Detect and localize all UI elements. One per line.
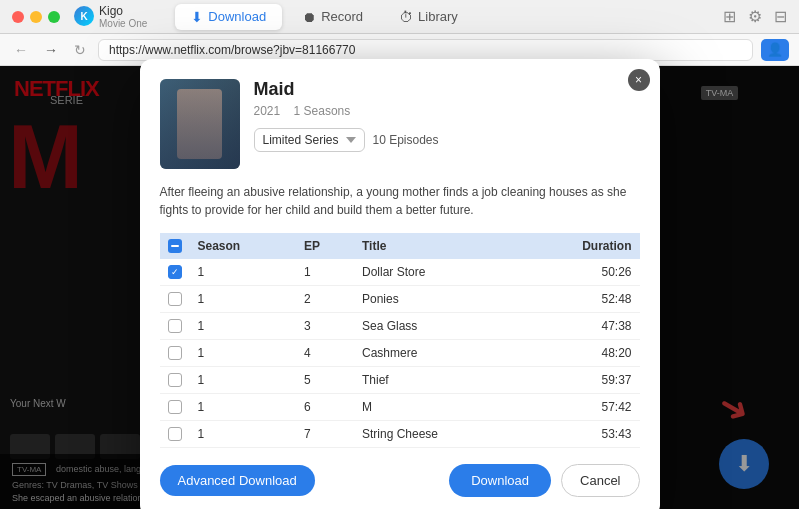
th-title: Title: [354, 233, 521, 259]
row-duration: 48:20: [521, 339, 640, 366]
user-icon: 👤: [767, 42, 783, 57]
app-icon-area: K Kigo Movie One: [74, 4, 147, 29]
modal-close-button[interactable]: ×: [628, 69, 650, 91]
row-checkbox[interactable]: [168, 346, 182, 360]
row-checkbox-cell: [160, 366, 190, 393]
row-season: 1: [190, 259, 296, 286]
nav-forward-button[interactable]: →: [40, 40, 62, 60]
table-row: 1 5 Thief 59:37: [160, 366, 640, 393]
table-row: 1 6 M 57:42: [160, 393, 640, 420]
download-modal: × Maid 2021 1 Seasons Limited Series: [140, 59, 660, 510]
row-season: 1: [190, 420, 296, 447]
table-row: 1 3 Sea Glass 47:38: [160, 312, 640, 339]
row-title: Cashmere: [354, 339, 521, 366]
modal-year-seasons: 2021 1 Seasons: [254, 104, 640, 118]
tab-record[interactable]: ⏺ Record: [286, 4, 379, 30]
modal-year: 2021: [254, 104, 281, 118]
row-duration: 57:42: [521, 393, 640, 420]
row-checkbox-cell: ✓: [160, 259, 190, 286]
library-tab-label: Library: [418, 9, 458, 24]
row-ep: 5: [296, 366, 354, 393]
download-tab-icon: ⬇: [191, 9, 203, 25]
table-row: ✓ 1 1 Dollar Store 50:26: [160, 259, 640, 286]
row-season: 1: [190, 393, 296, 420]
settings-icon[interactable]: ⚙: [748, 7, 762, 26]
download-tab-label: Download: [208, 9, 266, 24]
row-title: Ponies: [354, 285, 521, 312]
row-ep: 4: [296, 339, 354, 366]
row-checkbox[interactable]: [168, 427, 182, 441]
row-title: Thief: [354, 366, 521, 393]
row-checkbox-cell: [160, 393, 190, 420]
table-header: Season EP Title Duration: [160, 233, 640, 259]
nav-back-button[interactable]: ←: [10, 40, 32, 60]
maximize-traffic-light[interactable]: [48, 11, 60, 23]
tab-library[interactable]: ⏱ Library: [383, 4, 474, 30]
row-duration: 47:38: [521, 312, 640, 339]
close-traffic-light[interactable]: [12, 11, 24, 23]
row-ep: 1: [296, 259, 354, 286]
library-tab-icon: ⏱: [399, 9, 413, 25]
row-title: Sea Glass: [354, 312, 521, 339]
row-checkbox[interactable]: [168, 319, 182, 333]
modal-seasons: 1 Seasons: [294, 104, 351, 118]
table-row: 1 7 String Cheese 53:43: [160, 420, 640, 447]
row-ep: 6: [296, 393, 354, 420]
row-duration: 59:37: [521, 366, 640, 393]
row-title: M: [354, 393, 521, 420]
tab-download[interactable]: ⬇ Download: [175, 4, 282, 30]
modal-controls: Limited Series 10 Episodes: [254, 128, 640, 152]
row-duration: 53:43: [521, 420, 640, 447]
row-checkbox-cell: [160, 285, 190, 312]
row-ep: 7: [296, 420, 354, 447]
record-tab-label: Record: [321, 9, 363, 24]
row-title: String Cheese: [354, 420, 521, 447]
user-avatar-button[interactable]: 👤: [761, 39, 789, 61]
nav-refresh-button[interactable]: ↻: [70, 40, 90, 60]
select-all-icon: [171, 245, 179, 247]
modal-description: After fleeing an abusive relationship, a…: [160, 183, 640, 219]
row-checkbox-cell: [160, 312, 190, 339]
episodes-table: Season EP Title Duration ✓ 1 1 Dolla: [160, 233, 640, 448]
episodes-badge: 10 Episodes: [373, 133, 439, 147]
row-season: 1: [190, 285, 296, 312]
row-title: Dollar Store: [354, 259, 521, 286]
table-row: 1 4 Cashmere 48:20: [160, 339, 640, 366]
advanced-download-button[interactable]: Advanced Download: [160, 465, 315, 496]
record-tab-icon: ⏺: [302, 9, 316, 25]
traffic-lights: [12, 11, 60, 23]
row-checkbox[interactable]: [168, 400, 182, 414]
select-all-checkbox[interactable]: [168, 239, 182, 253]
th-season: Season: [190, 233, 296, 259]
th-duration: Duration: [521, 233, 640, 259]
cancel-button[interactable]: Cancel: [561, 464, 639, 497]
th-ep: EP: [296, 233, 354, 259]
minimize-traffic-light[interactable]: [30, 11, 42, 23]
modal-overlay: × Maid 2021 1 Seasons Limited Series: [0, 66, 799, 509]
download-button[interactable]: Download: [449, 464, 551, 497]
row-checkbox-cell: [160, 339, 190, 366]
row-ep: 3: [296, 312, 354, 339]
row-duration: 52:48: [521, 285, 640, 312]
episodes-body: ✓ 1 1 Dollar Store 50:26 1 2: [160, 259, 640, 448]
footer-right-buttons: Download Cancel: [449, 464, 639, 497]
modal-header: Maid 2021 1 Seasons Limited Series 10 Ep…: [160, 79, 640, 169]
row-duration: 50:26: [521, 259, 640, 286]
address-input[interactable]: [98, 39, 753, 61]
row-checkbox-cell: [160, 420, 190, 447]
app-icon: K: [74, 6, 94, 26]
app-name: Kigo: [99, 4, 147, 18]
row-season: 1: [190, 366, 296, 393]
row-checkbox[interactable]: [168, 373, 182, 387]
modal-footer: Advanced Download Download Cancel: [160, 464, 640, 497]
thumb-overlay: [160, 79, 240, 169]
row-checkbox[interactable]: [168, 292, 182, 306]
minimize-icon[interactable]: ⊟: [774, 7, 787, 26]
title-bar: K Kigo Movie One ⬇ Download ⏺ Record ⏱ L…: [0, 0, 799, 34]
title-bar-right: ⊞ ⚙ ⊟: [723, 7, 787, 26]
row-season: 1: [190, 339, 296, 366]
modal-meta: Maid 2021 1 Seasons Limited Series 10 Ep…: [254, 79, 640, 169]
grid-icon[interactable]: ⊞: [723, 7, 736, 26]
row-checkbox[interactable]: ✓: [168, 265, 182, 279]
series-type-select[interactable]: Limited Series: [254, 128, 365, 152]
